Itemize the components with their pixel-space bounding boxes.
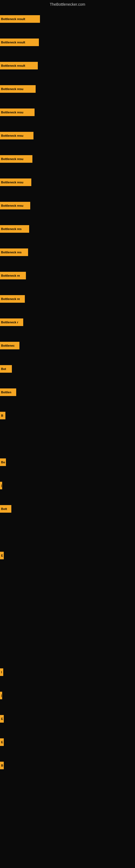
bottleneck-bar-18: Bo xyxy=(0,458,6,466)
bottleneck-bar-label-10: Bottleneck res xyxy=(1,251,21,254)
bottleneck-bar-label-26: B xyxy=(1,764,3,767)
bottleneck-bar-22: I xyxy=(0,669,3,676)
bottleneck-bar-label-0: Bottleneck result xyxy=(1,18,25,21)
bottleneck-bar-label-7: Bottleneck resu xyxy=(1,181,24,184)
bottleneck-bar-label-5: Bottleneck resu xyxy=(1,134,24,137)
bottleneck-bar-label-20: Bott xyxy=(1,507,7,510)
bottleneck-bar-6: Bottleneck resu xyxy=(0,155,32,163)
bottleneck-bar-8: Bottleneck resu xyxy=(0,202,30,209)
bottleneck-bar-13: Bottleneck r xyxy=(0,318,23,326)
bottleneck-bar-2: Bottleneck result xyxy=(0,62,38,69)
bottleneck-bar-label-19: | xyxy=(1,484,2,487)
bottleneck-bar-label-24: E xyxy=(1,717,3,720)
bottleneck-bar-label-25: E xyxy=(1,741,3,744)
bottleneck-bar-15: Bot xyxy=(0,365,12,373)
bottleneck-bar-label-14: Bottlenec xyxy=(1,344,14,347)
bottleneck-bar-label-2: Bottleneck result xyxy=(1,64,25,67)
bottleneck-bar-label-3: Bottleneck resu xyxy=(1,87,24,91)
bottleneck-bar-21: E xyxy=(0,552,4,559)
bottleneck-bar-label-13: Bottleneck r xyxy=(1,321,18,324)
bottleneck-bar-label-9: Bottleneck res xyxy=(1,227,21,230)
bottleneck-bar-label-18: Bo xyxy=(1,461,5,464)
bottleneck-bar-label-4: Bottleneck resu xyxy=(1,111,24,114)
bottleneck-bar-0: Bottleneck result xyxy=(0,15,40,23)
bottleneck-bar-9: Bottleneck res xyxy=(0,225,29,233)
bottleneck-bar-label-12: Bottleneck re xyxy=(1,297,20,301)
bottleneck-bar-17: B xyxy=(0,412,5,420)
bottleneck-bar-label-6: Bottleneck resu xyxy=(1,157,24,161)
bottleneck-bar-label-22: I xyxy=(1,671,2,674)
bottleneck-bar-4: Bottleneck resu xyxy=(0,108,35,116)
bottleneck-bar-label-8: Bottleneck resu xyxy=(1,204,24,207)
bottleneck-bar-25: E xyxy=(0,738,4,746)
bottleneck-bar-11: Bottleneck re xyxy=(0,272,26,279)
bottleneck-bar-label-1: Bottleneck result xyxy=(1,41,25,44)
bottleneck-bar-24: E xyxy=(0,715,4,723)
bottleneck-bar-19: | xyxy=(0,482,2,489)
bottleneck-bar-12: Bottleneck re xyxy=(0,295,25,303)
bottleneck-bar-10: Bottleneck res xyxy=(0,248,28,256)
bottleneck-bar-23: | xyxy=(0,692,2,699)
bottleneck-bar-5: Bottleneck resu xyxy=(0,132,34,140)
bottleneck-bar-label-17: B xyxy=(1,414,3,417)
bottleneck-bar-3: Bottleneck resu xyxy=(0,85,36,93)
bottleneck-bar-16: Bottlen xyxy=(0,389,16,396)
bottleneck-bar-20: Bott xyxy=(0,505,11,513)
bottleneck-bar-label-15: Bot xyxy=(1,367,6,371)
bottleneck-bar-14: Bottlenec xyxy=(0,342,19,349)
bottleneck-bar-1: Bottleneck result xyxy=(0,38,39,46)
bottleneck-bar-label-16: Bottlen xyxy=(1,391,11,394)
bottleneck-bar-26: B xyxy=(0,762,4,769)
bottleneck-bar-label-21: E xyxy=(1,554,3,557)
bottleneck-bar-label-23: | xyxy=(1,694,2,697)
site-title: TheBottlenecker.com xyxy=(0,0,135,8)
bottleneck-bar-7: Bottleneck resu xyxy=(0,179,31,186)
bottleneck-bar-label-11: Bottleneck re xyxy=(1,274,20,277)
